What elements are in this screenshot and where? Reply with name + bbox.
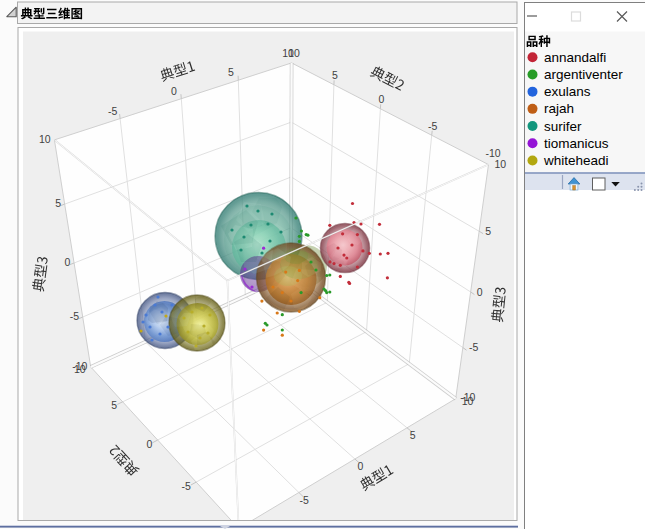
svg-text:annandalfi: annandalfi: [544, 50, 606, 65]
svg-text:10: 10: [74, 363, 86, 375]
svg-text:0: 0: [357, 460, 363, 472]
svg-text:-5: -5: [181, 480, 190, 492]
svg-text:-5: -5: [108, 105, 117, 117]
svg-text:10: 10: [39, 133, 51, 145]
svg-text:-5: -5: [428, 120, 437, 132]
svg-text:-5: -5: [300, 494, 309, 506]
svg-text:-10: -10: [485, 147, 500, 159]
svg-text:10: 10: [462, 395, 474, 407]
svg-text:0: 0: [477, 286, 483, 298]
svg-text:0: 0: [171, 85, 177, 97]
svg-text:-5: -5: [469, 341, 478, 353]
svg-text:exulans: exulans: [544, 84, 591, 99]
svg-text:5: 5: [410, 429, 416, 441]
svg-text:10: 10: [288, 47, 300, 59]
svg-text:10: 10: [495, 158, 507, 170]
svg-text:5: 5: [228, 66, 234, 78]
svg-text:0: 0: [146, 438, 152, 450]
svg-text:0: 0: [378, 93, 384, 105]
svg-text:5: 5: [111, 399, 117, 411]
svg-text:-5: -5: [70, 310, 79, 322]
svg-text:0: 0: [65, 256, 71, 268]
svg-text:5: 5: [55, 197, 61, 209]
svg-text:whiteheadi: whiteheadi: [543, 153, 609, 168]
svg-text:rajah: rajah: [544, 101, 574, 116]
svg-text:tiomanicus: tiomanicus: [544, 136, 609, 151]
svg-text:5: 5: [332, 69, 338, 81]
svg-text:argentiventer: argentiventer: [544, 67, 623, 82]
svg-text:surifer: surifer: [544, 119, 582, 134]
svg-text:5: 5: [485, 225, 491, 237]
